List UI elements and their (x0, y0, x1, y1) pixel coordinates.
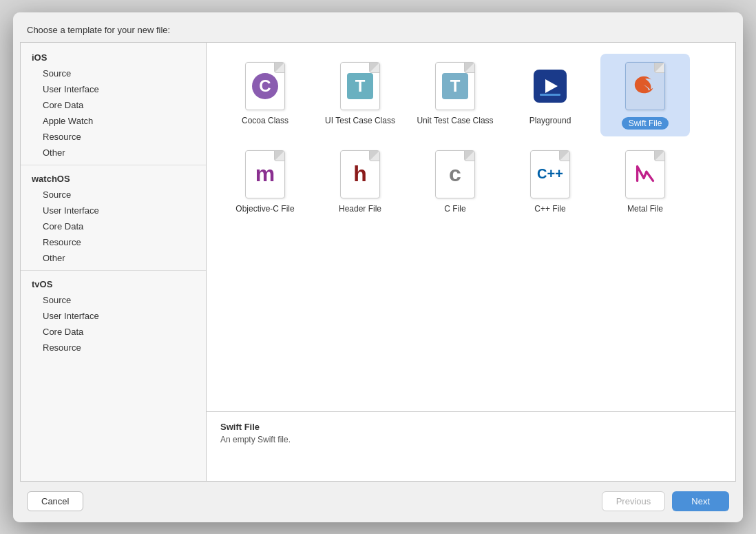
sidebar-item-ios-apple-watch[interactable]: Apple Watch (21, 113, 206, 129)
template-label-playground: Playground (529, 116, 571, 127)
description-text: An empty Swift file. (220, 435, 722, 444)
sidebar-item-tvos-user-interface[interactable]: User Interface (21, 308, 206, 324)
cancel-button[interactable]: Cancel (27, 491, 83, 511)
footer-right-buttons: Previous Next (602, 491, 729, 511)
sidebar-item-ios-user-interface[interactable]: User Interface (21, 81, 206, 97)
template-item-metal-file[interactable]: Metal File (600, 142, 690, 222)
dialog-footer: Cancel Previous Next (13, 482, 743, 522)
sidebar-divider (21, 270, 206, 271)
dialog-body: iOSSourceUser InterfaceCore DataApple Wa… (20, 42, 736, 482)
template-item-ui-test-case[interactable]: TUI Test Case Class (315, 54, 405, 136)
sidebar-item-tvos-resource[interactable]: Resource (21, 340, 206, 356)
template-icon-objective-c: m (243, 149, 287, 200)
svg-rect-1 (540, 94, 560, 96)
description-title: Swift File (220, 422, 722, 432)
templates-grid: CCocoa ClassTUI Test Case ClassTUnit Tes… (207, 43, 735, 412)
template-icon-playground (528, 61, 572, 112)
template-icon-unit-test-case: T (433, 61, 477, 112)
template-label-cpp-file: C++ File (534, 204, 565, 215)
sidebar-section-1: watchOS (21, 170, 206, 187)
description-panel: Swift File An empty Swift file. (207, 412, 735, 481)
template-item-c-file[interactable]: cC File (410, 142, 500, 222)
dialog-title: Choose a template for your new file: (13, 12, 743, 42)
template-label-cocoa-class: Cocoa Class (242, 116, 288, 127)
template-label-objective-c: Objective-C File (235, 204, 294, 215)
template-icon-metal-file (623, 149, 667, 200)
sidebar-item-ios-resource[interactable]: Resource (21, 129, 206, 145)
sidebar-item-watchos-other[interactable]: Other (21, 250, 206, 266)
svg-marker-0 (545, 79, 558, 93)
template-label-metal-file: Metal File (627, 204, 663, 215)
template-label-ui-test-case: UI Test Case Class (325, 116, 395, 127)
template-label-c-file: C File (444, 204, 465, 215)
content-area: CCocoa ClassTUI Test Case ClassTUnit Tes… (207, 43, 735, 481)
template-icon-cpp-file: C++ (528, 149, 572, 200)
sidebar-item-ios-source[interactable]: Source (21, 65, 206, 81)
template-item-playground[interactable]: Playground (505, 54, 595, 136)
previous-button[interactable]: Previous (602, 491, 666, 511)
sidebar-item-watchos-resource[interactable]: Resource (21, 234, 206, 250)
sidebar-divider (21, 165, 206, 165)
template-item-cpp-file[interactable]: C++C++ File (505, 142, 595, 222)
sidebar-section-0: iOS (21, 48, 206, 65)
template-label-header-file: Header File (339, 204, 381, 215)
next-button[interactable]: Next (672, 491, 729, 511)
sidebar-item-tvos-source[interactable]: Source (21, 292, 206, 308)
template-label-unit-test-case: Unit Test Case Class (417, 116, 493, 127)
sidebar: iOSSourceUser InterfaceCore DataApple Wa… (21, 43, 207, 481)
template-selected-label: Swift File (622, 117, 669, 130)
template-item-objective-c[interactable]: mObjective-C File (220, 142, 310, 222)
template-icon-ui-test-case: T (338, 61, 382, 112)
template-item-cocoa-class[interactable]: CCocoa Class (220, 54, 310, 136)
sidebar-item-watchos-core-data[interactable]: Core Data (21, 218, 206, 234)
template-icon-c-file: c (433, 149, 477, 200)
sidebar-item-watchos-user-interface[interactable]: User Interface (21, 203, 206, 218)
sidebar-item-ios-core-data[interactable]: Core Data (21, 97, 206, 113)
template-icon-swift-file (623, 61, 667, 112)
new-file-dialog: Choose a template for your new file: iOS… (13, 12, 743, 522)
sidebar-item-tvos-core-data[interactable]: Core Data (21, 324, 206, 340)
template-item-unit-test-case[interactable]: TUnit Test Case Class (410, 54, 500, 136)
template-item-header-file[interactable]: hHeader File (315, 142, 405, 222)
sidebar-item-watchos-source[interactable]: Source (21, 187, 206, 203)
template-item-swift-file[interactable]: Swift File (600, 54, 690, 136)
sidebar-item-ios-other[interactable]: Other (21, 145, 206, 161)
template-icon-cocoa-class: C (243, 61, 287, 112)
sidebar-section-2: tvOS (21, 275, 206, 292)
template-icon-header-file: h (338, 149, 382, 200)
